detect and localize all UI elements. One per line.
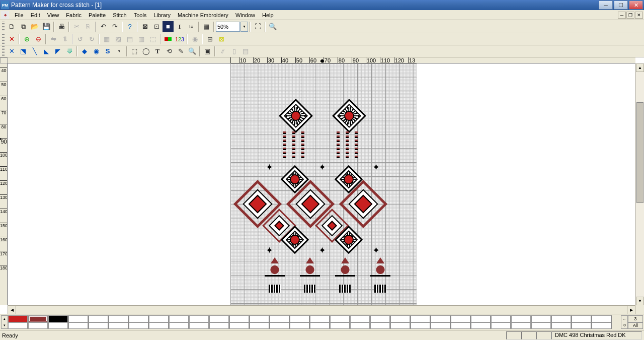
mdi-minimize-button[interactable]: ─ bbox=[618, 12, 626, 19]
fit-icon[interactable]: ⛶ bbox=[252, 21, 263, 32]
rotate-icon[interactable]: ⟲ bbox=[164, 46, 175, 57]
palette-slot[interactable] bbox=[89, 315, 108, 322]
palette-slot[interactable] bbox=[149, 322, 169, 329]
menu-window[interactable]: Window bbox=[232, 11, 259, 19]
menu-machine-embroidery[interactable]: Machine Embroidery bbox=[174, 11, 232, 19]
undo-icon[interactable]: ↶ bbox=[98, 21, 109, 32]
menu-fabric[interactable]: Fabric bbox=[62, 11, 85, 19]
french-knot-icon[interactable]: ◆ bbox=[79, 46, 90, 57]
edit1-icon[interactable]: ⫽ bbox=[217, 46, 228, 57]
menu-view[interactable]: View bbox=[44, 11, 63, 19]
palette-slot[interactable] bbox=[109, 322, 128, 329]
zoom-combo[interactable]: 50% bbox=[216, 22, 240, 32]
palette-icon[interactable] bbox=[163, 34, 174, 45]
grid2-icon[interactable]: ▨ bbox=[113, 34, 124, 45]
palette-slot[interactable] bbox=[411, 322, 430, 329]
numbers-icon[interactable]: 123 bbox=[174, 34, 185, 45]
grid3-icon[interactable]: ▤ bbox=[124, 34, 135, 45]
menu-palette[interactable]: Palette bbox=[85, 11, 109, 19]
palette-slot[interactable] bbox=[330, 315, 350, 322]
palette-slot[interactable] bbox=[270, 315, 289, 322]
close-button[interactable]: ✕ bbox=[629, 1, 643, 10]
flip-v-icon[interactable]: ⥮ bbox=[59, 34, 70, 45]
grid1-icon[interactable]: ▦ bbox=[101, 34, 112, 45]
help-icon[interactable]: ? bbox=[124, 21, 135, 32]
add-node-icon[interactable]: ⊕ bbox=[21, 34, 32, 45]
palette-slot[interactable] bbox=[209, 322, 229, 329]
palette-slot[interactable] bbox=[531, 315, 551, 322]
palette-slot[interactable] bbox=[330, 322, 350, 329]
palette-slot[interactable] bbox=[229, 322, 249, 329]
layers-icon[interactable]: ⧉ bbox=[18, 21, 29, 32]
half-icon[interactable]: ⬔ bbox=[18, 46, 29, 57]
palette-slot[interactable] bbox=[290, 315, 309, 322]
edit2-icon[interactable]: ▯ bbox=[228, 46, 239, 57]
scroll-right-icon[interactable]: ▶ bbox=[627, 306, 635, 314]
palette-slot[interactable] bbox=[68, 322, 88, 329]
ruler-horizontal[interactable]: 102030405060◆70809010011012013 bbox=[0, 57, 635, 63]
rotate-ccw-icon[interactable]: ↺ bbox=[74, 34, 86, 45]
s-icon[interactable]: S bbox=[102, 46, 113, 57]
dropdown-icon[interactable]: ▼ bbox=[114, 46, 125, 57]
palette-slot[interactable] bbox=[169, 322, 189, 329]
toolbar-grip[interactable] bbox=[2, 46, 5, 56]
print-icon[interactable]: 🖶 bbox=[56, 21, 67, 32]
palette-slot[interactable] bbox=[390, 322, 410, 329]
x-stitch-icon[interactable]: ⊠ bbox=[139, 21, 150, 32]
copy-icon[interactable]: ⎘ bbox=[83, 21, 94, 32]
scrollbar-vertical[interactable]: ▲ ▼ bbox=[635, 63, 644, 305]
quarter-icon[interactable]: ◤ bbox=[52, 46, 63, 57]
palette-slot[interactable] bbox=[48, 322, 68, 329]
new-icon[interactable]: 🗋 bbox=[6, 21, 17, 32]
scroll-thumb-v[interactable] bbox=[636, 102, 643, 203]
cut-icon[interactable]: ✂ bbox=[71, 21, 82, 32]
palette-slot[interactable] bbox=[149, 315, 169, 322]
zoom-icon[interactable]: 🔍 bbox=[267, 21, 278, 32]
palette-slot[interactable] bbox=[68, 315, 88, 322]
menu-edit[interactable]: Edit bbox=[27, 11, 44, 19]
palette-color-3[interactable] bbox=[48, 315, 68, 322]
diag1-icon[interactable]: ╲ bbox=[29, 46, 40, 57]
palette-slot[interactable] bbox=[592, 315, 611, 322]
palette-slot[interactable] bbox=[390, 315, 410, 322]
fill-icon[interactable]: ■ bbox=[163, 21, 174, 32]
palette-slot[interactable] bbox=[511, 315, 531, 322]
ruler-vertical[interactable]: 20304050607080▸9010011012013014015016017… bbox=[0, 63, 8, 305]
highlight-icon[interactable]: ⊠ bbox=[216, 34, 227, 45]
palette-slot[interactable] bbox=[491, 322, 511, 329]
flip-h-icon[interactable]: ⇋ bbox=[48, 34, 59, 45]
back-stitch-icon[interactable]: ⊡ bbox=[151, 21, 162, 32]
palette-nav-left[interactable]: ▴▾ bbox=[1, 315, 8, 329]
open-icon[interactable]: 📂 bbox=[29, 21, 40, 32]
palette-slot[interactable] bbox=[209, 315, 229, 322]
eyedrop-icon[interactable]: ✎ bbox=[175, 46, 186, 57]
canvas[interactable] bbox=[8, 63, 635, 305]
palette-slot[interactable] bbox=[189, 315, 209, 322]
menu-help[interactable]: Help bbox=[259, 11, 277, 19]
select-oval-icon[interactable]: ◯ bbox=[140, 46, 151, 57]
palette-slot[interactable] bbox=[431, 322, 450, 329]
remove-node-icon[interactable]: ⊖ bbox=[33, 34, 44, 45]
bead-icon[interactable]: ◉ bbox=[189, 34, 200, 45]
palette-slot[interactable] bbox=[250, 315, 269, 322]
palette-slot[interactable] bbox=[8, 322, 28, 329]
palette-slot[interactable] bbox=[189, 322, 209, 329]
palette-slot[interactable] bbox=[451, 315, 470, 322]
palette-slot[interactable] bbox=[511, 322, 531, 329]
palette-slot[interactable] bbox=[129, 315, 148, 322]
menu-file[interactable]: File bbox=[11, 11, 27, 19]
toolbar-grip[interactable] bbox=[2, 22, 5, 32]
palette-slot[interactable] bbox=[551, 322, 571, 329]
grid4-icon[interactable]: ▥ bbox=[136, 34, 147, 45]
palette-slot[interactable] bbox=[411, 315, 430, 322]
palette-slot[interactable] bbox=[471, 322, 491, 329]
palette-slot[interactable] bbox=[551, 315, 571, 322]
maximize-button[interactable]: ☐ bbox=[614, 1, 628, 10]
palette-slot[interactable] bbox=[431, 315, 450, 322]
save-icon[interactable]: 💾 bbox=[41, 21, 52, 32]
palette-slot[interactable] bbox=[229, 315, 249, 322]
palette-slot[interactable] bbox=[129, 322, 148, 329]
diag2-icon[interactable]: ◣ bbox=[41, 46, 52, 57]
palette-color-1[interactable] bbox=[8, 315, 28, 322]
palette-slot[interactable] bbox=[350, 322, 370, 329]
